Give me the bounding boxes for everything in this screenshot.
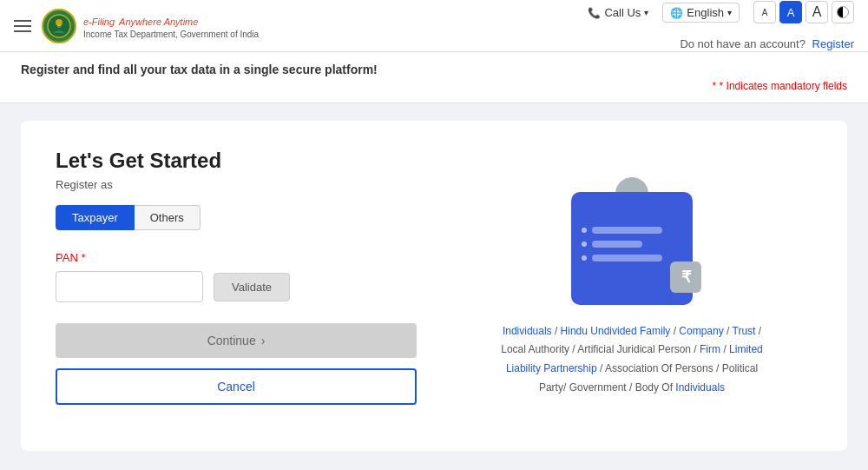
- entity-boi: Body Of: [635, 381, 676, 394]
- language-chevron-icon: ▾: [727, 8, 732, 17]
- id-card-row-3: [582, 255, 682, 261]
- contrast-toggle-button[interactable]: [832, 1, 854, 23]
- tab-taxpayer[interactable]: Taxpayer: [56, 205, 135, 230]
- entity-firm[interactable]: Firm: [700, 343, 720, 355]
- call-us-button[interactable]: Call Us ▾: [588, 6, 648, 19]
- id-card-illustration: ₹: [562, 175, 701, 305]
- registration-card: Let's Get Started Register as Taxpayer O…: [21, 121, 847, 451]
- header-bottom-row: Do not have an account? Register: [680, 37, 854, 50]
- pan-asterisk: *: [78, 251, 86, 264]
- hamburger-menu-icon[interactable]: [14, 20, 31, 32]
- logo-subtitle: Income Tax Department, Government of Ind…: [83, 30, 259, 40]
- banner-text: Register and find all your tax data in a…: [21, 63, 847, 76]
- page-title: Let's Get Started: [56, 149, 417, 173]
- contrast-icon: [837, 6, 849, 18]
- continue-arrow-icon: ›: [261, 334, 266, 348]
- font-increase-button[interactable]: A: [806, 1, 828, 23]
- id-card-row-1: [582, 227, 682, 234]
- dot-icon: [582, 255, 587, 261]
- entity-trust[interactable]: Trust: [733, 325, 756, 337]
- dot-icon: [582, 228, 587, 233]
- font-default-button[interactable]: A: [779, 1, 802, 23]
- id-card-row-2: [582, 241, 682, 248]
- logo-efiling: e-Filing Anywhere Anytime: [83, 11, 259, 30]
- entity-local-authority-text: Local Authority /: [501, 343, 577, 355]
- id-card-line: [592, 255, 662, 261]
- pan-input[interactable]: [56, 271, 203, 302]
- tab-others[interactable]: Others: [135, 205, 201, 230]
- pan-row: Validate: [56, 271, 417, 302]
- efiling-tagline: Anywhere Anytime: [119, 17, 198, 27]
- globe-icon: [670, 6, 683, 19]
- dot-icon: [582, 242, 587, 247]
- entity-huf[interactable]: Hindu Undivided Family: [561, 325, 671, 337]
- header-top-row: Call Us ▾ English ▾ A A A: [588, 1, 854, 23]
- language-selector[interactable]: English ▾: [662, 3, 740, 23]
- main-content: Let's Get Started Register as Taxpayer O…: [0, 103, 868, 468]
- cancel-button[interactable]: Cancel: [56, 368, 417, 405]
- id-card-line: [592, 227, 662, 234]
- svg-point-2: [57, 24, 61, 28]
- header-left: e-Filing Anywhere Anytime Income Tax Dep…: [14, 9, 259, 43]
- continue-button[interactable]: Continue ›: [56, 323, 417, 358]
- register-link[interactable]: Register: [812, 37, 854, 50]
- phone-icon: [588, 6, 601, 19]
- asterisk: *: [713, 80, 720, 92]
- validate-button[interactable]: Validate: [214, 273, 290, 301]
- header: e-Filing Anywhere Anytime Income Tax Dep…: [0, 0, 868, 52]
- logo-area: e-Filing Anywhere Anytime Income Tax Dep…: [42, 9, 259, 43]
- rupee-badge: ₹: [670, 261, 701, 293]
- register-type-tabs: Taxpayer Others: [56, 205, 417, 230]
- right-panel: ₹ Individuals / Hindu Undivided Family /…: [451, 149, 812, 423]
- logo-text: e-Filing Anywhere Anytime Income Tax Dep…: [83, 11, 259, 41]
- call-us-label: Call Us: [604, 6, 641, 19]
- efiling-label: e-Filing: [83, 17, 115, 27]
- font-controls: A A A: [753, 1, 854, 23]
- left-panel: Let's Get Started Register as Taxpayer O…: [56, 149, 417, 423]
- font-decrease-button[interactable]: A: [753, 1, 776, 23]
- logo-emblem: [42, 9, 76, 43]
- call-us-chevron-icon: ▾: [644, 8, 648, 17]
- no-account-text: Do not have an account?: [680, 37, 806, 50]
- entity-individuals[interactable]: Individuals: [503, 325, 552, 337]
- entity-boi-individuals[interactable]: Individuals: [675, 381, 725, 394]
- mandatory-note-text: * Indicates mandatory fields: [720, 80, 847, 92]
- continue-label: Continue: [207, 334, 256, 348]
- entity-links: Individuals / Hindu Undivided Family / C…: [493, 322, 771, 397]
- entity-artificial: Artificial Juridical Person /: [577, 343, 700, 355]
- register-as-label: Register as: [56, 178, 417, 191]
- pan-label: PAN *: [56, 251, 417, 264]
- entity-govt: Government /: [569, 381, 635, 394]
- language-label: English: [687, 6, 724, 19]
- banner: Register and find all your tax data in a…: [0, 52, 868, 103]
- id-card-line-short: [592, 241, 642, 248]
- entity-aop: Association Of Persons /: [605, 362, 719, 374]
- entity-company[interactable]: Company: [679, 325, 723, 337]
- header-right: Call Us ▾ English ▾ A A A Do not have an…: [588, 1, 854, 50]
- mandatory-note: * * Indicates mandatory fields: [21, 80, 847, 92]
